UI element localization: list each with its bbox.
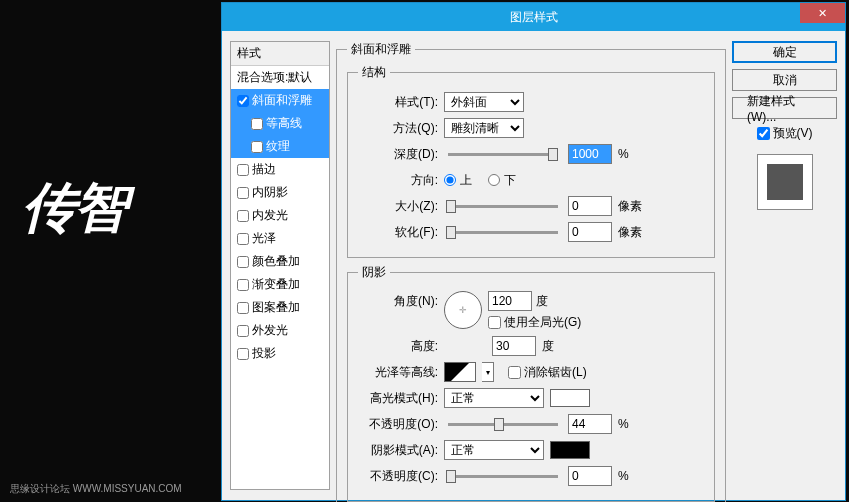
size-slider[interactable] bbox=[448, 205, 558, 208]
style-stroke[interactable]: 描边 bbox=[231, 158, 329, 181]
antialias-checkbox[interactable] bbox=[508, 366, 521, 379]
shadow-mode-label: 阴影模式(A): bbox=[358, 442, 438, 459]
close-button[interactable]: ✕ bbox=[800, 3, 845, 23]
style-outer-glow[interactable]: 外发光 bbox=[231, 319, 329, 342]
direction-label: 方向: bbox=[358, 172, 438, 189]
gloss-label: 光泽等高线: bbox=[358, 364, 438, 381]
soften-label: 软化(F): bbox=[358, 224, 438, 241]
style-bevel-emboss[interactable]: 斜面和浮雕 bbox=[231, 89, 329, 112]
new-style-button[interactable]: 新建样式(W)... bbox=[732, 97, 837, 119]
style-label: 样式(T): bbox=[358, 94, 438, 111]
opacity2-label: 不透明度(C): bbox=[358, 468, 438, 485]
highlight-color-swatch[interactable] bbox=[550, 389, 590, 407]
crosshair-icon: ✛ bbox=[459, 305, 467, 315]
style-inner-glow[interactable]: 内发光 bbox=[231, 204, 329, 227]
style-pattern-overlay[interactable]: 图案叠加 bbox=[231, 296, 329, 319]
opacity2-slider[interactable] bbox=[448, 475, 558, 478]
angle-label: 角度(N): bbox=[358, 293, 438, 310]
shadow-color-swatch[interactable] bbox=[550, 441, 590, 459]
texture-checkbox[interactable] bbox=[251, 141, 263, 153]
opacity1-slider[interactable] bbox=[448, 423, 558, 426]
soften-input[interactable] bbox=[568, 222, 612, 242]
style-select[interactable]: 外斜面 bbox=[444, 92, 524, 112]
contour-checkbox[interactable] bbox=[251, 118, 263, 130]
dir-up-radio[interactable] bbox=[444, 174, 456, 186]
opacity1-input[interactable] bbox=[568, 414, 612, 434]
inner-shadow-checkbox[interactable] bbox=[237, 187, 249, 199]
angle-dial[interactable]: ✛ bbox=[444, 291, 482, 329]
shading-legend: 阴影 bbox=[358, 264, 390, 281]
style-gradient-overlay[interactable]: 渐变叠加 bbox=[231, 273, 329, 296]
preview-checkbox[interactable] bbox=[757, 127, 770, 140]
gloss-contour-thumb[interactable] bbox=[444, 362, 476, 382]
style-color-overlay[interactable]: 颜色叠加 bbox=[231, 250, 329, 273]
stroke-checkbox[interactable] bbox=[237, 164, 249, 176]
satin-checkbox[interactable] bbox=[237, 233, 249, 245]
ok-button[interactable]: 确定 bbox=[732, 41, 837, 63]
right-panel: 确定 取消 新建样式(W)... 预览(V) bbox=[732, 41, 837, 490]
soften-slider[interactable] bbox=[448, 231, 558, 234]
style-contour[interactable]: 等高线 bbox=[231, 112, 329, 135]
styles-list: 样式 混合选项:默认 斜面和浮雕 等高线 纹理 描边 内阴影 内发光 光泽 颜色… bbox=[230, 41, 330, 490]
shadow-mode-select[interactable]: 正常 bbox=[444, 440, 544, 460]
bevel-checkbox[interactable] bbox=[237, 95, 249, 107]
opacity2-input[interactable] bbox=[568, 466, 612, 486]
style-inner-shadow[interactable]: 内阴影 bbox=[231, 181, 329, 204]
structure-legend: 结构 bbox=[358, 64, 390, 81]
altitude-input[interactable] bbox=[492, 336, 536, 356]
highlight-mode-select[interactable]: 正常 bbox=[444, 388, 544, 408]
dialog-title: 图层样式 bbox=[510, 9, 558, 26]
style-blend-options[interactable]: 混合选项:默认 bbox=[231, 66, 329, 89]
technique-select[interactable]: 雕刻清晰 bbox=[444, 118, 524, 138]
depth-slider[interactable] bbox=[448, 153, 558, 156]
outer-glow-checkbox[interactable] bbox=[237, 325, 249, 337]
size-input[interactable] bbox=[568, 196, 612, 216]
preview-box bbox=[757, 154, 813, 210]
inner-glow-checkbox[interactable] bbox=[237, 210, 249, 222]
dialog-body: 样式 混合选项:默认 斜面和浮雕 等高线 纹理 描边 内阴影 内发光 光泽 颜色… bbox=[222, 31, 845, 500]
dir-down-radio[interactable] bbox=[488, 174, 500, 186]
style-satin[interactable]: 光泽 bbox=[231, 227, 329, 250]
color-overlay-checkbox[interactable] bbox=[237, 256, 249, 268]
pattern-overlay-checkbox[interactable] bbox=[237, 302, 249, 314]
soften-unit: 像素 bbox=[618, 224, 642, 241]
styles-header: 样式 bbox=[231, 42, 329, 66]
angle-input[interactable] bbox=[488, 291, 532, 311]
depth-unit: % bbox=[618, 147, 629, 161]
shading-fieldset: 阴影 角度(N): ✛ 度 使用全局光(G) 高度:度 光泽等高线:▾消除锯齿(… bbox=[347, 264, 715, 502]
gloss-dropdown-icon[interactable]: ▾ bbox=[482, 362, 494, 382]
technique-label: 方法(Q): bbox=[358, 120, 438, 137]
bevel-legend: 斜面和浮雕 bbox=[347, 41, 415, 58]
watermark: 思缘设计论坛 WWW.MISSYUAN.COM bbox=[10, 482, 182, 496]
opacity1-label: 不透明度(O): bbox=[358, 416, 438, 433]
background-logo: 传智 bbox=[22, 172, 126, 245]
highlight-mode-label: 高光模式(H): bbox=[358, 390, 438, 407]
style-drop-shadow[interactable]: 投影 bbox=[231, 342, 329, 365]
global-light-checkbox[interactable] bbox=[488, 316, 501, 329]
drop-shadow-checkbox[interactable] bbox=[237, 348, 249, 360]
bevel-fieldset: 斜面和浮雕 结构 样式(T):外斜面 方法(Q):雕刻清晰 深度(D):% 方向… bbox=[336, 41, 726, 502]
style-texture[interactable]: 纹理 bbox=[231, 135, 329, 158]
layer-style-dialog: 图层样式 ✕ 样式 混合选项:默认 斜面和浮雕 等高线 纹理 描边 内阴影 内发… bbox=[221, 2, 846, 501]
size-unit: 像素 bbox=[618, 198, 642, 215]
cancel-button[interactable]: 取消 bbox=[732, 69, 837, 91]
settings-panel: 斜面和浮雕 结构 样式(T):外斜面 方法(Q):雕刻清晰 深度(D):% 方向… bbox=[336, 41, 726, 490]
titlebar[interactable]: 图层样式 ✕ bbox=[222, 3, 845, 31]
depth-label: 深度(D): bbox=[358, 146, 438, 163]
depth-input[interactable] bbox=[568, 144, 612, 164]
preview-swatch bbox=[767, 164, 803, 200]
altitude-label: 高度: bbox=[358, 338, 438, 355]
structure-fieldset: 结构 样式(T):外斜面 方法(Q):雕刻清晰 深度(D):% 方向:上下 大小… bbox=[347, 64, 715, 258]
grad-overlay-checkbox[interactable] bbox=[237, 279, 249, 291]
size-label: 大小(Z): bbox=[358, 198, 438, 215]
